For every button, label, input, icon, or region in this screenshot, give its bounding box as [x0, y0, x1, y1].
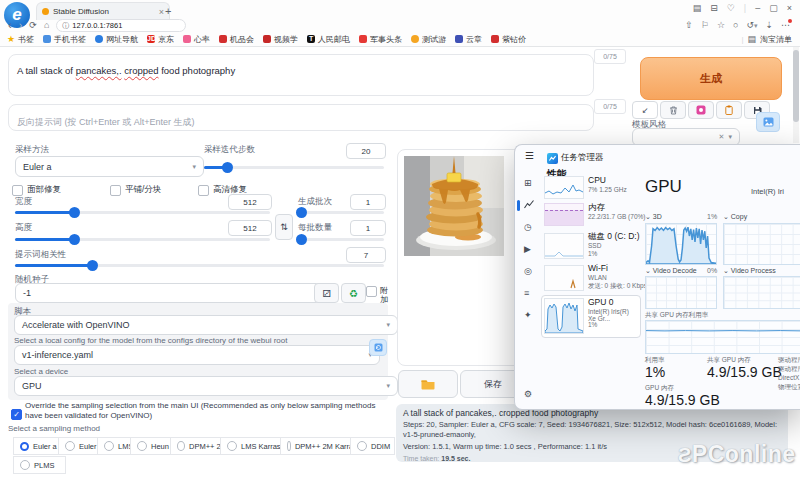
steps-value[interactable]: 20	[346, 143, 386, 159]
bookmark-item[interactable]: 心率	[183, 34, 210, 45]
users-nav-icon[interactable]: ◎	[524, 266, 532, 276]
services-nav-icon[interactable]: ✦	[524, 310, 532, 320]
close-button[interactable]: ×	[787, 3, 792, 13]
open-folder-button[interactable]	[398, 370, 458, 398]
bookmark-list-shortcut[interactable]: | ▤ 淘宝清单	[741, 34, 792, 45]
bookmark-item[interactable]: 云章	[455, 34, 482, 45]
slider-handle[interactable]	[69, 234, 80, 245]
config-refresh-button[interactable]	[369, 339, 387, 356]
width-value[interactable]: 512	[228, 194, 272, 210]
tab-close-icon[interactable]: ×	[159, 7, 164, 17]
pin-icon[interactable]: ⚐	[701, 20, 709, 30]
negative-prompt-textarea[interactable]: 反向提示词 (按 Ctrl+Enter 或 Alt+Enter 生成)	[8, 104, 594, 131]
url-bar[interactable]: ⓘ 127.0.0.1:7861	[56, 19, 186, 32]
generate-button[interactable]: 生成	[640, 57, 782, 100]
sampling-method-dropdown[interactable]: Euler a▾	[15, 156, 204, 177]
batch-count-slider[interactable]	[298, 211, 384, 214]
slider-handle[interactable]	[87, 260, 98, 271]
bookmark-item[interactable]: 测试游	[411, 34, 446, 45]
cpu-name[interactable]: CPU	[588, 175, 606, 185]
batch-size-slider[interactable]	[298, 238, 384, 241]
random-seed-button[interactable]: ⚂	[314, 283, 339, 303]
browser-tab[interactable]: Stable Diffusion ×	[36, 2, 170, 20]
device-dropdown[interactable]: GPU▾	[14, 376, 398, 396]
browser-action-icons: ⇧ ⚐ ☆ ○ ↺▾ ⇣ ⋯	[685, 20, 790, 30]
home-button[interactable]: ⌂	[44, 21, 49, 30]
bookmark-item[interactable]: 手机书签	[43, 34, 86, 45]
apply-style-button[interactable]	[716, 101, 742, 119]
face-restore-checkbox[interactable]: 面部修复	[12, 184, 61, 196]
slider-handle[interactable]	[69, 207, 80, 218]
config-dropdown[interactable]: v1-inference.yaml▾	[14, 345, 380, 365]
slider-handle[interactable]	[296, 207, 307, 218]
download-icon[interactable]: ⇣	[765, 20, 773, 30]
bookmark-item[interactable]: ★书签	[7, 34, 34, 45]
startup-nav-icon[interactable]: ▶	[524, 244, 531, 254]
bookmark-item[interactable]: 紫钻价	[491, 34, 526, 45]
mode-icon[interactable]: ○	[733, 20, 738, 30]
batch-size-value[interactable]: 1	[350, 220, 386, 236]
tiling-checkbox[interactable]: 平铺/分块	[110, 184, 161, 196]
disk-mini-graph	[544, 233, 584, 259]
steps-slider[interactable]	[204, 166, 384, 169]
star-icon[interactable]: ☆	[717, 20, 725, 30]
reuse-seed-button[interactable]: ♻	[341, 283, 366, 303]
settings-gear-icon[interactable]: ⚙	[524, 389, 532, 399]
share-icon[interactable]: ⇧	[685, 20, 693, 30]
bookmark-item[interactable]: T人民邮电	[307, 34, 350, 45]
processes-nav-icon[interactable]: ⊞	[524, 178, 532, 188]
bookmark-item[interactable]: 机品会	[219, 34, 254, 45]
script-dropdown[interactable]: Accelerate with OpenVINO▾	[14, 315, 398, 335]
inbox-icon[interactable]: ⊟	[710, 3, 718, 13]
app-history-nav-icon[interactable]: ◷	[524, 222, 532, 232]
bookmark-item[interactable]: 军事头条	[359, 34, 402, 45]
extra-networks-button[interactable]	[688, 101, 714, 119]
restore-prompt-button[interactable]: ↙	[632, 101, 658, 119]
chevron-icon[interactable]: ⌄	[723, 267, 731, 274]
clear-prompt-button[interactable]	[660, 101, 686, 119]
new-tab-button[interactable]: +	[165, 6, 171, 17]
radio-ddim[interactable]: DDIM	[350, 437, 395, 455]
hamburger-menu-icon[interactable]: ☰	[525, 151, 534, 161]
clear-icon[interactable]: ✕	[719, 133, 725, 141]
task-manager-window[interactable]: ☰ 任务管理器 性能 ⊞ ◷ ▶ ◎ ≡ ✦ ⚙ CPU 7% 1.25 GHz…	[514, 144, 800, 410]
chevron-icon[interactable]: ⌄	[645, 213, 653, 220]
override-checkbox[interactable]: ✓	[11, 403, 22, 421]
favorite-icon[interactable]: ♡	[727, 3, 735, 13]
radio-plms[interactable]: PLMS	[13, 456, 66, 474]
gpu-name[interactable]: GPU 0	[588, 297, 614, 307]
back-button[interactable]: ‹	[8, 20, 12, 31]
bookmark-item[interactable]: 视频学	[263, 34, 298, 45]
style-preview-button[interactable]	[756, 112, 780, 132]
radio-lms-karras[interactable]: LMS Karras	[220, 437, 288, 455]
details-nav-icon[interactable]: ≡	[524, 288, 529, 298]
width-slider[interactable]	[15, 211, 270, 214]
workspace-icon[interactable]: ▤	[693, 3, 702, 13]
generated-image[interactable]	[404, 156, 504, 256]
height-slider[interactable]	[15, 238, 270, 241]
maximize-button[interactable]: ▢	[769, 3, 778, 13]
wifi-name[interactable]: Wi-Fi	[588, 263, 608, 273]
slider-handle[interactable]	[222, 162, 233, 173]
radio-dpm2m-karras[interactable]: DPM++ 2M Karras	[280, 437, 358, 455]
prompt-textarea[interactable]: A tall stack of pancakes,. cropped food …	[8, 54, 594, 96]
site-info-icon[interactable]: ⓘ	[62, 22, 69, 29]
seed-extra-checkbox[interactable]: 附加	[366, 286, 390, 304]
batch-count-value[interactable]: 1	[350, 194, 386, 210]
forward-button[interactable]: ›	[19, 20, 23, 31]
cfg-scale-slider[interactable]	[15, 264, 384, 267]
page-scrollbar-thumb[interactable]	[793, 50, 799, 122]
bookmark-item[interactable]: 网址导航	[95, 34, 138, 45]
performance-nav-icon[interactable]	[524, 200, 534, 211]
refresh-button[interactable]: ⟳	[29, 21, 37, 30]
minimize-button[interactable]: –	[755, 3, 760, 13]
chevron-icon[interactable]: ⌄	[723, 213, 731, 220]
bookmark-item[interactable]: JD京东	[147, 34, 174, 45]
slider-handle[interactable]	[296, 234, 307, 245]
cfg-scale-value[interactable]: 7	[346, 247, 386, 263]
chevron-icon[interactable]: ⌄	[645, 267, 653, 274]
swap-dimensions-button[interactable]: ⇅	[275, 214, 293, 240]
seed-input[interactable]: -1	[15, 283, 325, 303]
height-value[interactable]: 512	[228, 220, 272, 236]
undo-icon[interactable]: ↺▾	[746, 20, 757, 30]
